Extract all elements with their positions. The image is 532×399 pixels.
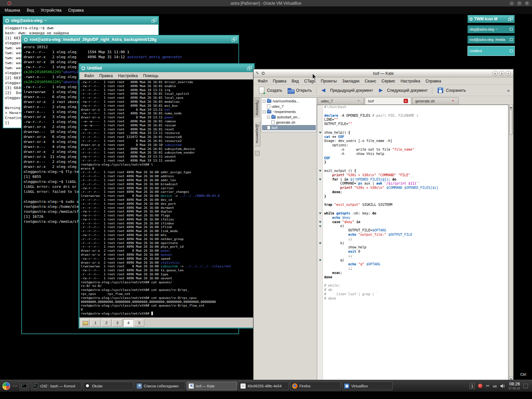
window-titlebar[interactable]: oleg@astra-oleg: ~ [3, 17, 158, 25]
scrollbar[interactable] [509, 105, 513, 381]
maximize-icon[interactable] [499, 71, 504, 76]
window-titlebar[interactable]: root@astra-oleg: /media/sf_29gb/DP_right… [22, 36, 238, 44]
vbox-titlebar[interactable]: astra [Работает] - Oracle VM VirtualBox [0, 0, 532, 7]
vbox-menu-item[interactable]: Справка [65, 7, 87, 13]
scroll-up-icon[interactable] [509, 105, 513, 109]
konsole-menu-item[interactable]: Файл [81, 73, 97, 79]
taskbar-task[interactable]: Firefox [290, 382, 341, 390]
konsole-tab[interactable]: 2 [101, 319, 111, 327]
workspace-indicator[interactable]: 1 [469, 383, 475, 389]
fold-arrow-icon[interactable] [319, 170, 322, 172]
window-deco-icon[interactable] [152, 19, 156, 23]
taskbar-task[interactable]: lsof — Kate [187, 382, 237, 390]
tab-close-icon[interactable] [404, 99, 408, 103]
fold-arrow-icon[interactable] [319, 179, 322, 181]
panel-grip-icon[interactable] [13, 384, 18, 388]
window-titlebar[interactable]: lsof — Kate [254, 69, 513, 77]
project-tree-item[interactable]: lsof [262, 125, 316, 130]
terminal-output[interactable]: -rw-r--r-- 1 root root 4096 Май 26 16:01… [79, 79, 254, 318]
minimize-icon[interactable] [509, 1, 514, 6]
taskbar-task[interactable]: Список собеседнико [135, 382, 185, 390]
toolbar-button-save[interactable]: Сохранить [435, 85, 468, 95]
vbox-window-icon[interactable] [7, 1, 11, 5]
document-tab[interactable]: lsof [365, 97, 411, 104]
kate-menu-item[interactable]: Сервис [379, 78, 398, 84]
fold-arrow-icon[interactable] [319, 225, 322, 227]
kate-menu-item[interactable]: Закладки [339, 78, 362, 84]
konsole-menu-item[interactable]: Настройка [115, 73, 140, 79]
show-desktop-icon[interactable] [523, 384, 528, 388]
toolbar-button-open[interactable]: Открыть [285, 85, 314, 95]
tab-close-icon[interactable] [451, 99, 455, 103]
document-tab[interactable]: udev_7 [318, 97, 364, 104]
tab-close-icon[interactable] [356, 99, 361, 103]
konsole-menu-item[interactable]: Правка [97, 73, 116, 79]
kate-menu-item[interactable]: Вид [289, 78, 302, 84]
kate-menu-item[interactable]: Проекты [318, 78, 339, 84]
clipboard-scissors-icon[interactable] [486, 383, 489, 388]
konsole-tab[interactable]: 5 [134, 319, 144, 327]
close-icon[interactable] [506, 71, 511, 76]
taskbar-task[interactable]: Okular [83, 382, 133, 390]
vbox-menu-item[interactable]: Машина [1, 7, 23, 13]
konsole-tab[interactable]: 3 [112, 319, 122, 327]
expander-icon[interactable] [263, 110, 266, 113]
project-tree-item[interactable]: ~/experiments [262, 109, 316, 114]
konsole-menu-item[interactable]: Помощь [140, 73, 161, 79]
taskbar-task[interactable]: 43e96255-48fe-4e54 [238, 382, 289, 390]
icon-manager-item[interactable]: Untitled [467, 46, 515, 56]
fold-arrow-icon[interactable] [319, 259, 322, 261]
pin-icon[interactable] [262, 72, 265, 75]
start-button[interactable] [2, 382, 11, 390]
expander-icon[interactable] [267, 116, 270, 119]
close-icon[interactable] [525, 1, 529, 6]
taskbar-task[interactable]: VirtualBox [342, 382, 393, 390]
icon-manager-item[interactable]: root@astra-oleg: /media [467, 36, 515, 44]
window-icon[interactable] [81, 66, 85, 70]
kate-menu-item[interactable]: Сеанс [362, 78, 379, 84]
fold-arrow-icon[interactable] [319, 132, 322, 134]
icon-manager-titlebar[interactable]: TWM Icon M [467, 15, 515, 23]
side-tab-documents[interactable]: Документы [254, 121, 260, 146]
scrollbar-thumb[interactable] [509, 110, 513, 135]
terminal-launcher-button[interactable] [20, 382, 29, 390]
vbox-menu-item[interactable]: Устройства [37, 7, 65, 13]
side-tab-projects[interactable]: Проекты [254, 97, 260, 118]
toolbar-button-next[interactable]: Следующий документ [376, 85, 430, 95]
editor-area[interactable]: #!/bin/bash declare -A OPENED_FILES # pa… [317, 105, 508, 381]
project-tree-item[interactable]: autostart_en... [262, 114, 316, 120]
maximize-icon[interactable] [517, 1, 522, 6]
clock[interactable]: 08:26 27.05.16 [508, 382, 520, 390]
vbox-menu-item[interactable]: Вид [23, 7, 37, 13]
window-icon[interactable] [5, 19, 9, 23]
expander-icon[interactable] [263, 100, 266, 103]
toolview-icon[interactable] [255, 151, 260, 156]
keyboard-layout-indicator[interactable]: us [493, 384, 497, 388]
fold-arrow-icon[interactable] [319, 242, 322, 244]
kate-menu-item[interactable]: Настройка [398, 78, 423, 84]
icon-manager-item[interactable]: oleg@astra-oleg: ~ [467, 25, 515, 33]
window-titlebar[interactable]: Untitled [79, 64, 254, 72]
window-deco-icon[interactable] [232, 38, 236, 42]
document-tab[interactable]: generate.sh [412, 97, 459, 104]
window-deco-icon[interactable] [247, 66, 252, 70]
taskbar-task[interactable]: r2d2 : bash — Konsol [31, 382, 81, 390]
toolbar-button-new[interactable]: Создать [256, 85, 284, 95]
toolbar-overflow-icon[interactable] [507, 88, 511, 93]
shade-icon[interactable] [492, 71, 498, 76]
kate-menu-item[interactable]: Правка [270, 78, 289, 84]
volume-icon[interactable] [500, 384, 505, 388]
konsole-tab[interactable]: 4 [123, 319, 133, 327]
fold-arrow-icon[interactable] [319, 212, 322, 214]
window-icon[interactable] [24, 38, 28, 42]
project-tree-item[interactable]: udev_7 [262, 104, 316, 109]
red-status-icon[interactable] [478, 384, 482, 388]
project-tree-item[interactable]: generate.sh [262, 120, 316, 125]
kate-menu-item[interactable]: Файл [255, 78, 270, 84]
konsole-tab[interactable]: 1 [90, 319, 100, 327]
project-tree-item[interactable]: /var/run/media... [262, 98, 316, 104]
kate-menu-item[interactable]: Справка [423, 78, 444, 84]
toolbar-button-prev[interactable]: Предыдущий документ [319, 85, 375, 95]
fold-arrow-icon[interactable] [319, 221, 322, 223]
new-tab-button[interactable] [81, 319, 89, 327]
